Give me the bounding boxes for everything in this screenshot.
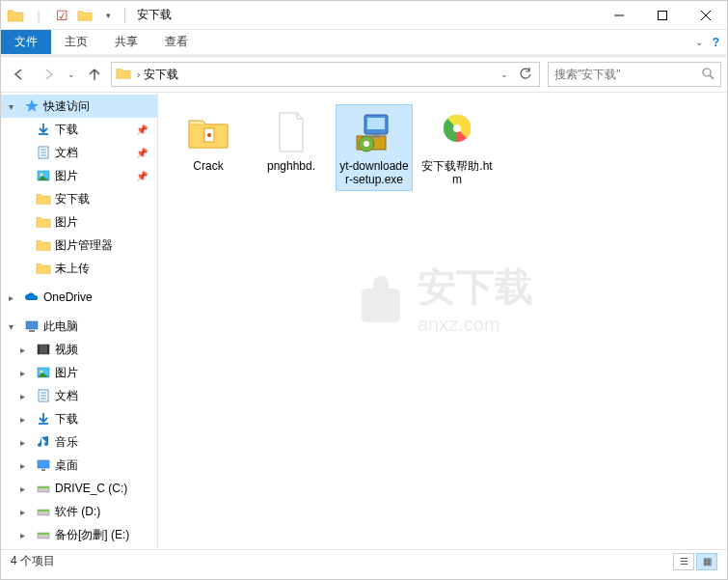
- sidebar-item-label: 备份[勿删] (E:): [55, 527, 129, 543]
- file-item[interactable]: pnghhbd.: [253, 104, 330, 178]
- sidebar-item-label: 快速访问: [43, 98, 90, 115]
- file-label: yt-downloader-setup.exe: [338, 159, 410, 186]
- sidebar-item-label: 软件 (D:): [55, 504, 100, 520]
- sidebar-item-label: 图片管理器: [55, 237, 113, 254]
- view-icons-button[interactable]: ▦: [696, 553, 717, 570]
- expand-icon[interactable]: [20, 437, 32, 448]
- sidebar-item[interactable]: 桌面: [1, 454, 157, 477]
- back-button[interactable]: [7, 62, 32, 87]
- svg-line-5: [710, 75, 714, 79]
- address-chevron-icon[interactable]: ›: [137, 69, 140, 80]
- sidebar-item-label: 图片: [55, 168, 78, 184]
- cloud-icon: [24, 290, 40, 305]
- file-label: 安下载帮助.htm: [421, 159, 493, 186]
- sidebar-item[interactable]: 文档: [1, 384, 157, 407]
- recent-dropdown[interactable]: ⌄: [65, 62, 78, 87]
- ribbon-expand-icon[interactable]: ⌄: [695, 37, 703, 47]
- address-bar[interactable]: › 安下载 ⌄: [111, 62, 540, 87]
- watermark-sub: anxz.com: [418, 314, 533, 336]
- expand-icon[interactable]: [20, 414, 32, 425]
- search-box[interactable]: [548, 62, 721, 87]
- expand-icon[interactable]: [9, 292, 20, 303]
- search-icon[interactable]: [701, 67, 715, 83]
- title-separator: [124, 8, 125, 23]
- watermark: 安下载 anxz.com: [352, 261, 533, 336]
- collapse-icon[interactable]: [9, 321, 20, 332]
- sidebar-item-label: 此电脑: [43, 318, 78, 335]
- sidebar-item[interactable]: 安下载: [1, 187, 157, 210]
- expand-icon[interactable]: [20, 507, 32, 517]
- tab-share[interactable]: 共享: [101, 30, 151, 54]
- sidebar-quick-access[interactable]: 快速访问: [1, 95, 157, 118]
- sidebar-item-label: DRIVE_C (C:): [55, 482, 127, 495]
- up-button[interactable]: [82, 62, 107, 87]
- help-icon[interactable]: ?: [713, 36, 719, 49]
- file-item[interactable]: Crack: [170, 104, 247, 178]
- sidebar-item[interactable]: 视频: [1, 338, 157, 361]
- sidebar-item[interactable]: 软件 (D:): [1, 500, 157, 523]
- sidebar-item[interactable]: 备份[勿删] (E:): [1, 523, 157, 546]
- view-details-button[interactable]: ☰: [673, 553, 694, 570]
- maximize-button[interactable]: [640, 1, 684, 30]
- sidebar-item[interactable]: 图片: [1, 210, 157, 234]
- sidebar-item-label: 下载: [55, 411, 78, 428]
- sidebar-item[interactable]: 文档📌: [1, 141, 157, 164]
- file-list[interactable]: Crackpnghhbd.yt-downloader-setup.exe安下载帮…: [158, 93, 727, 549]
- sidebar-this-pc[interactable]: 此电脑: [1, 315, 157, 338]
- checkbox-icon[interactable]: ☑: [51, 5, 72, 26]
- forward-button[interactable]: [36, 62, 61, 87]
- tab-file[interactable]: 文件: [1, 30, 51, 54]
- sidebar-item[interactable]: 下载📌: [1, 118, 157, 141]
- minimize-button[interactable]: [597, 1, 640, 30]
- document-icon: [36, 388, 51, 403]
- expand-icon[interactable]: [20, 368, 32, 378]
- tab-view[interactable]: 查看: [151, 30, 202, 54]
- drive-icon: [36, 504, 51, 519]
- expand-icon[interactable]: [20, 483, 32, 494]
- svg-rect-38: [372, 134, 380, 138]
- file-label: pnghhbd.: [267, 159, 315, 173]
- close-button[interactable]: [684, 1, 727, 30]
- sidebar-item-label: 图片: [55, 214, 78, 231]
- sidebar-item[interactable]: 图片📌: [1, 164, 157, 187]
- navigation-pane[interactable]: 快速访问 下载📌文档📌图片📌安下载图片图片管理器未上传 OneDrive 此电脑…: [1, 93, 158, 549]
- sidebar-item[interactable]: 图片管理器: [1, 234, 157, 257]
- sidebar-item-label: OneDrive: [43, 290, 93, 304]
- collapse-icon[interactable]: [9, 101, 20, 112]
- download-icon: [36, 122, 51, 137]
- expand-icon[interactable]: [20, 530, 32, 540]
- status-bar: 4 个项目 ☰ ▦: [1, 549, 727, 572]
- tab-home[interactable]: 主页: [51, 30, 101, 54]
- svg-rect-30: [38, 510, 49, 511]
- sidebar-item[interactable]: 图片: [1, 361, 157, 384]
- svg-rect-16: [38, 345, 40, 354]
- desktop-icon: [36, 457, 51, 473]
- folder-icon: [36, 261, 51, 276]
- file-blank-icon: [268, 109, 314, 155]
- refresh-button[interactable]: [516, 65, 535, 84]
- svg-rect-17: [47, 345, 49, 354]
- sidebar-item[interactable]: 未上传: [1, 257, 157, 280]
- folder-icon-small[interactable]: [74, 5, 95, 26]
- videos-icon: [36, 342, 51, 357]
- sidebar-onedrive[interactable]: OneDrive: [1, 286, 157, 309]
- svg-rect-32: [38, 533, 49, 535]
- sidebar-item-label: 安下载: [55, 191, 90, 207]
- sidebar-item[interactable]: 下载: [1, 407, 157, 430]
- expand-icon[interactable]: [20, 460, 32, 471]
- titlebar: | ☑ ▾ 安下载: [1, 1, 727, 30]
- sidebar-item[interactable]: DRIVE_C (C:): [1, 477, 157, 500]
- folder-icon: [36, 191, 51, 207]
- expand-icon[interactable]: [20, 391, 32, 401]
- drive-icon: [36, 481, 51, 496]
- sidebar-item-label: 文档: [55, 388, 78, 404]
- sidebar-item[interactable]: 音乐: [1, 430, 157, 454]
- file-item[interactable]: yt-downloader-setup.exe: [336, 104, 413, 191]
- svg-rect-25: [38, 460, 49, 468]
- file-label: Crack: [193, 159, 223, 173]
- address-dropdown-icon[interactable]: ⌄: [495, 65, 514, 84]
- search-input[interactable]: [554, 68, 701, 81]
- file-item[interactable]: 安下载帮助.htm: [418, 104, 496, 191]
- expand-icon[interactable]: [20, 345, 32, 355]
- qat-dropdown[interactable]: ▾: [97, 5, 119, 26]
